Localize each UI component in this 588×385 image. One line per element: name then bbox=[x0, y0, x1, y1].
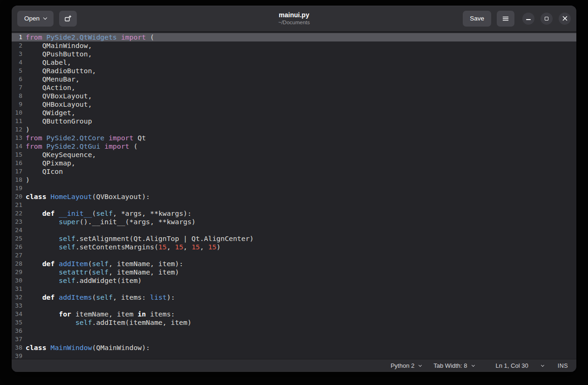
cursor-position-selector[interactable]: Ln 1, Col 30 bbox=[492, 359, 547, 372]
code-line-text: ) bbox=[26, 125, 576, 134]
code-line-text: ) bbox=[26, 176, 576, 184]
code-line[interactable]: 37 bbox=[12, 335, 576, 344]
code-line-text: self.addWidget(item) bbox=[26, 276, 576, 285]
code-line[interactable]: 25 self.setAlignment(Qt.AlignTop | Qt.Al… bbox=[12, 234, 576, 243]
close-button[interactable] bbox=[559, 13, 571, 25]
line-number: 31 bbox=[12, 285, 26, 293]
code-line-text: QLabel, bbox=[26, 58, 576, 67]
code-line[interactable]: 22 def __init__(self, *args, **kwargs): bbox=[12, 209, 576, 218]
line-number: 7 bbox=[12, 83, 26, 92]
tab-new-icon bbox=[64, 15, 72, 22]
insert-mode-indicator: INS bbox=[555, 363, 568, 369]
code-line[interactable]: 30 self.addWidget(item) bbox=[12, 276, 576, 285]
line-number: 27 bbox=[12, 251, 26, 260]
code-line[interactable]: 3 QPushButton, bbox=[12, 50, 576, 58]
code-line[interactable]: 16 QPixmap, bbox=[12, 159, 576, 167]
code-line-text bbox=[26, 327, 576, 335]
hamburger-icon bbox=[502, 15, 509, 22]
line-number: 35 bbox=[12, 318, 26, 327]
code-line[interactable]: 17 QIcon bbox=[12, 167, 576, 176]
line-number: 34 bbox=[12, 310, 26, 318]
headerbar[interactable]: Open mainui.py ~/Documents Save bbox=[12, 6, 576, 32]
code-line-text bbox=[26, 226, 576, 234]
menu-button[interactable] bbox=[497, 11, 514, 27]
code-line[interactable]: 35 self.addItem(itemName, item) bbox=[12, 318, 576, 327]
line-number: 14 bbox=[12, 142, 26, 151]
chevron-down-icon bbox=[419, 364, 422, 367]
code-line[interactable]: 33 bbox=[12, 302, 576, 310]
line-number: 28 bbox=[12, 260, 26, 268]
code-line[interactable]: 9 QHBoxLayout, bbox=[12, 100, 576, 109]
line-number: 13 bbox=[12, 134, 26, 142]
code-line[interactable]: 26 self.setContentsMargins(15, 15, 15, 1… bbox=[12, 243, 576, 251]
code-line[interactable]: 21 bbox=[12, 201, 576, 209]
line-number: 10 bbox=[12, 109, 26, 117]
code-line[interactable]: 5 QRadioButton, bbox=[12, 67, 576, 75]
code-line[interactable]: 13from PySide2.QtCore import Qt bbox=[12, 134, 576, 142]
code-line[interactable]: 4 QLabel, bbox=[12, 58, 576, 67]
code-line[interactable]: 1from PySide2.QtWidgets import ( bbox=[12, 33, 576, 41]
code-line[interactable]: 24 bbox=[12, 226, 576, 234]
maximize-button[interactable] bbox=[541, 13, 553, 25]
code-line-text: setattr(self, itemName, item) bbox=[26, 268, 576, 276]
line-number: 3 bbox=[12, 50, 26, 58]
line-number: 22 bbox=[12, 209, 26, 218]
line-number: 24 bbox=[12, 226, 26, 234]
code-line[interactable]: 18) bbox=[12, 176, 576, 184]
code-line[interactable]: 7 QAction, bbox=[12, 83, 576, 92]
code-line-text: QRadioButton, bbox=[26, 67, 576, 75]
code-line[interactable]: 6 QMenuBar, bbox=[12, 75, 576, 83]
save-button[interactable]: Save bbox=[463, 11, 491, 27]
code-line[interactable]: 2 QMainWindow, bbox=[12, 41, 576, 50]
code-line[interactable]: 39 bbox=[12, 352, 576, 359]
code-line[interactable]: 12) bbox=[12, 125, 576, 134]
code-line-text: QMainWindow, bbox=[26, 41, 576, 50]
code-line-text: from PySide2.QtWidgets import ( bbox=[26, 33, 576, 41]
chevron-down-icon bbox=[43, 15, 47, 19]
code-line[interactable]: 36 bbox=[12, 327, 576, 335]
code-line[interactable]: 27 bbox=[12, 251, 576, 260]
code-line-text: QIcon bbox=[26, 167, 576, 176]
code-line[interactable]: 38class MainWindow(QMainWindow): bbox=[12, 344, 576, 352]
new-tab-button[interactable] bbox=[59, 11, 77, 27]
line-number: 11 bbox=[12, 117, 26, 125]
code-line-text: class HomeLayout(QVBoxLayout): bbox=[26, 192, 576, 201]
code-line-text bbox=[26, 285, 576, 293]
code-line[interactable]: 20class HomeLayout(QVBoxLayout): bbox=[12, 192, 576, 201]
code-line[interactable]: 23 super().__init__(*args, **kwargs) bbox=[12, 218, 576, 226]
line-number: 20 bbox=[12, 192, 26, 201]
open-button-label: Open bbox=[24, 15, 40, 22]
code-line[interactable]: 28 def addItem(self, itemName, item): bbox=[12, 260, 576, 268]
line-number: 4 bbox=[12, 58, 26, 67]
code-line-text bbox=[26, 184, 576, 192]
code-line[interactable]: 15 QKeySequence, bbox=[12, 151, 576, 159]
line-number: 17 bbox=[12, 167, 26, 176]
code-line-text: def addItem(self, itemName, item): bbox=[26, 260, 576, 268]
code-line[interactable]: 34 for itemName, item in items: bbox=[12, 310, 576, 318]
code-area: 1from PySide2.QtWidgets import (2 QMainW… bbox=[12, 33, 576, 359]
document-path: ~/Documents bbox=[278, 20, 310, 26]
code-line[interactable]: 29 setattr(self, itemName, item) bbox=[12, 268, 576, 276]
code-line[interactable]: 10 QWidget, bbox=[12, 109, 576, 117]
code-line-text: QVBoxLayout, bbox=[26, 92, 576, 100]
headerbar-left: Open bbox=[17, 11, 77, 27]
code-line-text: self.setAlignment(Qt.AlignTop | Qt.Align… bbox=[26, 234, 576, 243]
code-editor[interactable]: 1from PySide2.QtWidgets import (2 QMainW… bbox=[12, 32, 576, 359]
headerbar-right: Save bbox=[463, 11, 571, 27]
tab-width-selector[interactable]: Tab Width: 8 bbox=[430, 359, 478, 372]
line-number: 33 bbox=[12, 302, 26, 310]
minimize-button[interactable] bbox=[522, 13, 534, 25]
code-line[interactable]: 19 bbox=[12, 184, 576, 192]
language-selector[interactable]: Python 2 bbox=[387, 359, 425, 372]
code-line[interactable]: 31 bbox=[12, 285, 576, 293]
code-line[interactable]: 8 QVBoxLayout, bbox=[12, 92, 576, 100]
code-line[interactable]: 11 QButtonGroup bbox=[12, 117, 576, 125]
open-button[interactable]: Open bbox=[17, 11, 54, 27]
code-line[interactable]: 32 def addItems(self, items: list): bbox=[12, 293, 576, 302]
line-number: 37 bbox=[12, 335, 26, 344]
code-line-text: def addItems(self, items: list): bbox=[26, 293, 576, 302]
line-number: 25 bbox=[12, 234, 26, 243]
line-number: 9 bbox=[12, 100, 26, 109]
line-number: 29 bbox=[12, 268, 26, 276]
code-line[interactable]: 14from PySide2.QtGui import ( bbox=[12, 142, 576, 151]
